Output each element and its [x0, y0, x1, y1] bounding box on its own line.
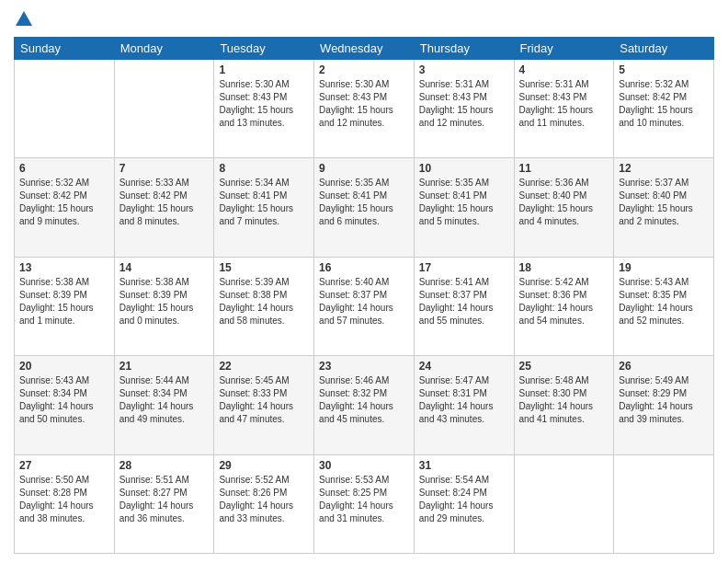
page: SundayMondayTuesdayWednesdayThursdayFrid…	[0, 0, 728, 563]
day-info: Sunrise: 5:38 AM Sunset: 8:39 PM Dayligh…	[119, 276, 210, 327]
day-info: Sunrise: 5:35 AM Sunset: 8:41 PM Dayligh…	[319, 177, 409, 228]
week-row-3: 13 Sunrise: 5:38 AM Sunset: 8:39 PM Dayl…	[15, 257, 714, 355]
day-info: Sunrise: 5:46 AM Sunset: 8:32 PM Dayligh…	[319, 374, 409, 426]
day-info: Sunrise: 5:47 AM Sunset: 8:31 PM Dayligh…	[419, 374, 509, 426]
day-number: 5	[619, 63, 709, 76]
day-number: 27	[19, 459, 109, 472]
weekday-header-monday: Monday	[114, 38, 214, 60]
day-info: Sunrise: 5:32 AM Sunset: 8:42 PM Dayligh…	[619, 78, 709, 130]
day-number: 28	[119, 459, 210, 472]
logo	[14, 9, 34, 29]
day-number: 22	[219, 360, 309, 373]
day-info: Sunrise: 5:48 AM Sunset: 8:30 PM Dayligh…	[519, 374, 609, 426]
day-number: 29	[219, 459, 309, 472]
day-info: Sunrise: 5:50 AM Sunset: 8:28 PM Dayligh…	[19, 474, 109, 525]
day-info: Sunrise: 5:54 AM Sunset: 8:24 PM Dayligh…	[419, 474, 509, 525]
day-info: Sunrise: 5:34 AM Sunset: 8:41 PM Dayligh…	[219, 177, 309, 228]
day-number: 20	[19, 360, 109, 373]
day-number: 10	[419, 162, 509, 175]
calendar-cell: 15 Sunrise: 5:39 AM Sunset: 8:38 PM Dayl…	[214, 257, 314, 355]
day-number: 13	[19, 261, 109, 274]
calendar-cell: 28 Sunrise: 5:51 AM Sunset: 8:27 PM Dayl…	[114, 454, 214, 553]
day-number: 16	[319, 261, 409, 274]
day-info: Sunrise: 5:40 AM Sunset: 8:37 PM Dayligh…	[319, 276, 409, 327]
day-number: 12	[619, 162, 709, 175]
calendar-cell: 7 Sunrise: 5:33 AM Sunset: 8:42 PM Dayli…	[114, 158, 214, 257]
calendar-cell: 18 Sunrise: 5:42 AM Sunset: 8:36 PM Dayl…	[514, 257, 614, 355]
day-number: 3	[419, 63, 509, 76]
day-number: 6	[19, 162, 109, 175]
calendar-cell: 4 Sunrise: 5:31 AM Sunset: 8:43 PM Dayli…	[514, 60, 614, 158]
calendar-cell: 3 Sunrise: 5:31 AM Sunset: 8:43 PM Dayli…	[414, 60, 514, 158]
calendar-cell: 2 Sunrise: 5:30 AM Sunset: 8:43 PM Dayli…	[314, 60, 415, 158]
weekday-header-wednesday: Wednesday	[314, 38, 415, 60]
calendar-cell: 16 Sunrise: 5:40 AM Sunset: 8:37 PM Dayl…	[314, 257, 415, 355]
day-number: 25	[519, 360, 609, 373]
day-number: 19	[619, 261, 709, 274]
day-number: 31	[419, 459, 509, 472]
day-number: 8	[219, 162, 309, 175]
calendar-cell: 30 Sunrise: 5:53 AM Sunset: 8:25 PM Dayl…	[314, 454, 415, 553]
day-info: Sunrise: 5:31 AM Sunset: 8:43 PM Dayligh…	[519, 78, 609, 130]
day-info: Sunrise: 5:43 AM Sunset: 8:34 PM Dayligh…	[19, 374, 109, 426]
header	[14, 9, 714, 29]
day-info: Sunrise: 5:31 AM Sunset: 8:43 PM Dayligh…	[419, 78, 509, 130]
calendar-cell: 22 Sunrise: 5:45 AM Sunset: 8:33 PM Dayl…	[214, 356, 314, 454]
day-info: Sunrise: 5:38 AM Sunset: 8:39 PM Dayligh…	[19, 276, 109, 327]
calendar-cell	[514, 454, 614, 553]
week-row-2: 6 Sunrise: 5:32 AM Sunset: 8:42 PM Dayli…	[15, 158, 714, 257]
calendar-cell: 25 Sunrise: 5:48 AM Sunset: 8:30 PM Dayl…	[514, 356, 614, 454]
day-info: Sunrise: 5:42 AM Sunset: 8:36 PM Dayligh…	[519, 276, 609, 327]
logo-icon	[14, 9, 34, 29]
day-info: Sunrise: 5:39 AM Sunset: 8:38 PM Dayligh…	[219, 276, 309, 327]
day-info: Sunrise: 5:45 AM Sunset: 8:33 PM Dayligh…	[219, 374, 309, 426]
day-info: Sunrise: 5:52 AM Sunset: 8:26 PM Dayligh…	[219, 474, 309, 525]
day-number: 7	[119, 162, 210, 175]
weekday-header-friday: Friday	[514, 38, 614, 60]
day-info: Sunrise: 5:37 AM Sunset: 8:40 PM Dayligh…	[619, 177, 709, 228]
calendar-cell: 31 Sunrise: 5:54 AM Sunset: 8:24 PM Dayl…	[414, 454, 514, 553]
day-info: Sunrise: 5:33 AM Sunset: 8:42 PM Dayligh…	[119, 177, 210, 228]
day-info: Sunrise: 5:30 AM Sunset: 8:43 PM Dayligh…	[219, 78, 309, 130]
day-info: Sunrise: 5:35 AM Sunset: 8:41 PM Dayligh…	[419, 177, 509, 228]
calendar-cell: 19 Sunrise: 5:43 AM Sunset: 8:35 PM Dayl…	[614, 257, 714, 355]
week-row-5: 27 Sunrise: 5:50 AM Sunset: 8:28 PM Dayl…	[15, 454, 714, 553]
day-number: 24	[419, 360, 509, 373]
day-number: 9	[319, 162, 409, 175]
day-number: 26	[619, 360, 709, 373]
day-info: Sunrise: 5:44 AM Sunset: 8:34 PM Dayligh…	[119, 374, 210, 426]
calendar-cell: 10 Sunrise: 5:35 AM Sunset: 8:41 PM Dayl…	[414, 158, 514, 257]
svg-marker-0	[16, 11, 32, 26]
day-info: Sunrise: 5:53 AM Sunset: 8:25 PM Dayligh…	[319, 474, 409, 525]
calendar-cell: 27 Sunrise: 5:50 AM Sunset: 8:28 PM Dayl…	[15, 454, 115, 553]
calendar-cell	[614, 454, 714, 553]
day-number: 11	[519, 162, 609, 175]
calendar-cell: 1 Sunrise: 5:30 AM Sunset: 8:43 PM Dayli…	[214, 60, 314, 158]
calendar-cell: 8 Sunrise: 5:34 AM Sunset: 8:41 PM Dayli…	[214, 158, 314, 257]
day-number: 4	[519, 63, 609, 76]
calendar-cell: 13 Sunrise: 5:38 AM Sunset: 8:39 PM Dayl…	[15, 257, 115, 355]
calendar-cell: 20 Sunrise: 5:43 AM Sunset: 8:34 PM Dayl…	[15, 356, 115, 454]
weekday-header-saturday: Saturday	[614, 38, 714, 60]
day-info: Sunrise: 5:49 AM Sunset: 8:29 PM Dayligh…	[619, 374, 709, 426]
weekday-header-tuesday: Tuesday	[214, 38, 314, 60]
calendar-cell: 17 Sunrise: 5:41 AM Sunset: 8:37 PM Dayl…	[414, 257, 514, 355]
day-number: 2	[319, 63, 409, 76]
day-info: Sunrise: 5:32 AM Sunset: 8:42 PM Dayligh…	[19, 177, 109, 228]
day-info: Sunrise: 5:30 AM Sunset: 8:43 PM Dayligh…	[319, 78, 409, 130]
week-row-1: 1 Sunrise: 5:30 AM Sunset: 8:43 PM Dayli…	[15, 60, 714, 158]
calendar-cell: 9 Sunrise: 5:35 AM Sunset: 8:41 PM Dayli…	[314, 158, 415, 257]
calendar-cell	[15, 60, 115, 158]
calendar-cell: 14 Sunrise: 5:38 AM Sunset: 8:39 PM Dayl…	[114, 257, 214, 355]
day-info: Sunrise: 5:51 AM Sunset: 8:27 PM Dayligh…	[119, 474, 210, 525]
calendar-cell: 6 Sunrise: 5:32 AM Sunset: 8:42 PM Dayli…	[15, 158, 115, 257]
calendar-cell: 24 Sunrise: 5:47 AM Sunset: 8:31 PM Dayl…	[414, 356, 514, 454]
calendar-table: SundayMondayTuesdayWednesdayThursdayFrid…	[14, 37, 714, 554]
calendar-cell	[114, 60, 214, 158]
week-row-4: 20 Sunrise: 5:43 AM Sunset: 8:34 PM Dayl…	[15, 356, 714, 454]
day-info: Sunrise: 5:41 AM Sunset: 8:37 PM Dayligh…	[419, 276, 509, 327]
calendar-cell: 21 Sunrise: 5:44 AM Sunset: 8:34 PM Dayl…	[114, 356, 214, 454]
calendar-cell: 11 Sunrise: 5:36 AM Sunset: 8:40 PM Dayl…	[514, 158, 614, 257]
day-number: 21	[119, 360, 210, 373]
calendar-cell: 29 Sunrise: 5:52 AM Sunset: 8:26 PM Dayl…	[214, 454, 314, 553]
